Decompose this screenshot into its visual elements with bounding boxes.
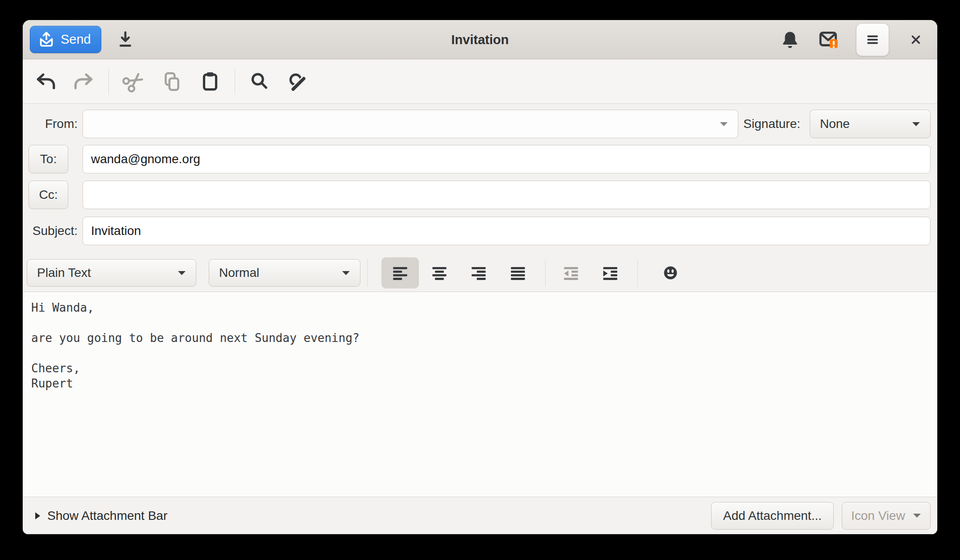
undo-button[interactable]	[32, 68, 59, 95]
bell-icon	[780, 30, 800, 49]
cut-icon	[122, 70, 145, 93]
align-right-button[interactable]	[460, 257, 497, 288]
search-icon	[248, 70, 271, 93]
save-draft-icon	[115, 29, 136, 50]
subject-row: Subject:	[23, 217, 937, 245]
close-icon	[907, 31, 925, 49]
from-combobox[interactable]	[83, 110, 738, 138]
cc-row: Cc:	[23, 181, 937, 209]
toolbar-separator	[545, 259, 546, 287]
find-and-replace-icon	[287, 70, 309, 93]
toolbar-separator	[108, 69, 109, 95]
window-title: Invitation	[451, 20, 509, 59]
add-attachment-button[interactable]: Add Attachment...	[711, 502, 834, 530]
send-button[interactable]: Send	[30, 26, 101, 53]
cut-button[interactable]	[120, 68, 147, 95]
footer-buttons: Add Attachment... Icon View	[711, 502, 931, 530]
mail-composer-window: Send Invitation	[23, 20, 937, 534]
attachment-footer: Show Attachment Bar Add Attachment... Ic…	[23, 497, 937, 534]
toolbar-separator	[367, 259, 368, 287]
alignment-group	[381, 257, 537, 288]
mail-status-button[interactable]	[817, 27, 842, 52]
unindent-icon	[561, 263, 581, 283]
align-center-icon	[429, 263, 450, 283]
chevron-down-icon	[912, 122, 920, 127]
toolbar-separator	[235, 69, 235, 95]
expander-arrow-icon	[35, 512, 41, 520]
cc-button[interactable]: Cc:	[29, 181, 68, 209]
cc-input[interactable]	[83, 181, 931, 209]
chevron-down-icon	[178, 271, 186, 276]
emoticon-icon	[661, 264, 680, 282]
subject-label: Subject:	[23, 217, 78, 245]
paste-button[interactable]	[196, 68, 224, 95]
from-row: From: Signature: None	[23, 110, 937, 138]
redo-button[interactable]	[70, 68, 98, 95]
align-center-button[interactable]	[421, 257, 458, 288]
paste-icon	[199, 70, 221, 93]
unindent-button[interactable]	[552, 257, 590, 288]
insert-emoticon-button[interactable]	[652, 257, 689, 288]
from-input[interactable]	[83, 110, 720, 138]
chevron-down-icon	[913, 513, 921, 518]
titlebar[interactable]: Send Invitation	[23, 20, 937, 59]
save-draft-button[interactable]	[113, 27, 138, 52]
mail-send-icon	[37, 31, 55, 49]
format-toolbar: Plain Text Normal	[23, 256, 937, 289]
icon-view-label: Icon View	[851, 509, 913, 523]
undo-icon	[34, 70, 57, 93]
signature-dropdown[interactable]: None	[810, 110, 931, 138]
align-right-icon	[468, 263, 489, 283]
message-body-text: Hi Wanda, are you going to be around nex…	[23, 292, 937, 391]
show-attachment-bar-label: Show Attachment Bar	[47, 509, 167, 523]
chevron-down-icon	[720, 122, 728, 127]
to-row: To:	[23, 145, 937, 173]
find-replace-button[interactable]	[284, 68, 312, 95]
to-button[interactable]: To:	[29, 145, 68, 173]
copy-icon	[161, 70, 183, 93]
indent-button[interactable]	[592, 257, 629, 288]
copy-button[interactable]	[158, 68, 186, 95]
paragraph-style-value: Normal	[219, 266, 342, 280]
message-body-editor[interactable]: Hi Wanda, are you going to be around nex…	[23, 292, 937, 497]
redo-icon	[73, 70, 95, 93]
search-button[interactable]	[246, 68, 273, 95]
show-attachment-bar-expander[interactable]: Show Attachment Bar	[35, 509, 167, 523]
titlebar-right-controls	[778, 23, 928, 56]
close-button[interactable]	[903, 27, 928, 52]
hamburger-menu-icon	[864, 31, 881, 49]
align-justify-button[interactable]	[499, 257, 537, 288]
edit-toolbar	[23, 60, 937, 104]
signature-value: None	[820, 117, 912, 131]
format-mode-dropdown[interactable]: Plain Text	[27, 259, 196, 287]
chevron-down-icon	[342, 271, 350, 276]
format-mode-value: Plain Text	[37, 266, 178, 280]
indent-icon	[600, 263, 621, 283]
mail-unread-warning-icon	[818, 29, 840, 51]
align-justify-icon	[508, 263, 528, 283]
from-label: From:	[23, 110, 78, 138]
icon-view-dropdown[interactable]: Icon View	[842, 502, 931, 530]
paragraph-style-dropdown[interactable]: Normal	[209, 259, 360, 287]
align-left-button[interactable]	[381, 257, 419, 288]
align-left-icon	[390, 263, 410, 283]
subject-input[interactable]	[83, 217, 931, 245]
toolbar-separator	[637, 259, 638, 287]
menu-button[interactable]	[856, 23, 889, 56]
to-input[interactable]	[83, 145, 931, 173]
add-attachment-label: Add Attachment...	[723, 509, 822, 523]
signature-label: Signature:	[743, 110, 800, 138]
send-button-label: Send	[61, 32, 91, 47]
notifications-button[interactable]	[778, 27, 803, 52]
